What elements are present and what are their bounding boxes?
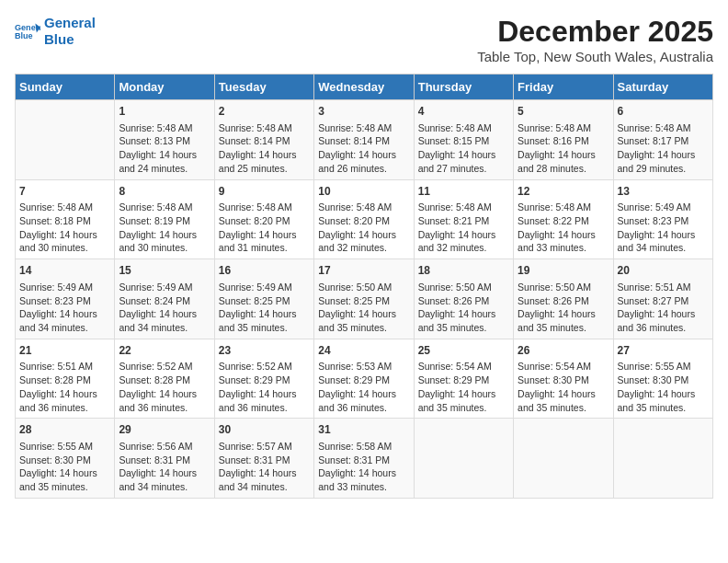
cell-line: Sunset: 8:21 PM bbox=[418, 214, 509, 228]
cell-line: Sunset: 8:31 PM bbox=[219, 454, 310, 467]
cell-line: Sunrise: 5:49 AM bbox=[119, 281, 210, 294]
day-number: 29 bbox=[119, 422, 210, 438]
cell-line: Daylight: 14 hours bbox=[19, 466, 110, 480]
cell-line: Sunset: 8:20 PM bbox=[318, 214, 409, 228]
cell-line: Sunset: 8:19 PM bbox=[119, 214, 210, 228]
cell-line: Daylight: 14 hours bbox=[418, 387, 509, 401]
cell-line: Daylight: 14 hours bbox=[518, 307, 609, 321]
calendar-table: SundayMondayTuesdayWednesdayThursdayFrid… bbox=[15, 74, 713, 499]
cell-line: and 36 minutes. bbox=[219, 401, 310, 415]
cell-line: and 34 minutes. bbox=[618, 241, 709, 255]
calendar-cell: 8Sunrise: 5:48 AMSunset: 8:19 PMDaylight… bbox=[115, 179, 214, 259]
day-number: 27 bbox=[618, 343, 709, 359]
cell-line: and 33 minutes. bbox=[518, 241, 609, 255]
cell-line: Sunrise: 5:51 AM bbox=[618, 281, 709, 294]
day-number: 24 bbox=[318, 343, 409, 359]
cell-line: and 26 minutes. bbox=[318, 162, 409, 176]
column-header-saturday: Saturday bbox=[613, 75, 712, 100]
calendar-week-1: 1Sunrise: 5:48 AMSunset: 8:13 PMDaylight… bbox=[16, 100, 713, 180]
cell-line: Sunset: 8:29 PM bbox=[418, 373, 509, 387]
cell-line: Sunset: 8:17 PM bbox=[618, 134, 709, 148]
title-block: December 2025 Table Top, New South Wales… bbox=[477, 15, 713, 64]
subtitle: Table Top, New South Wales, Australia bbox=[477, 49, 713, 64]
cell-line: and 34 minutes. bbox=[19, 321, 110, 335]
cell-line: Sunrise: 5:48 AM bbox=[119, 201, 210, 214]
calendar-cell: 5Sunrise: 5:48 AMSunset: 8:16 PMDaylight… bbox=[514, 100, 613, 180]
cell-line: Sunset: 8:18 PM bbox=[19, 214, 110, 228]
cell-line: and 35 minutes. bbox=[618, 401, 709, 415]
calendar-cell: 1Sunrise: 5:48 AMSunset: 8:13 PMDaylight… bbox=[115, 100, 214, 180]
cell-line: and 36 minutes. bbox=[19, 401, 110, 415]
cell-line: and 36 minutes. bbox=[318, 401, 409, 415]
cell-line: Daylight: 14 hours bbox=[618, 307, 709, 321]
cell-line: Daylight: 14 hours bbox=[219, 387, 310, 401]
cell-line: Daylight: 14 hours bbox=[318, 148, 409, 162]
cell-line: Sunset: 8:28 PM bbox=[119, 373, 210, 387]
calendar-cell: 12Sunrise: 5:48 AMSunset: 8:22 PMDayligh… bbox=[514, 179, 613, 259]
column-header-wednesday: Wednesday bbox=[314, 75, 414, 100]
day-number: 3 bbox=[318, 104, 409, 120]
cell-line: Sunset: 8:29 PM bbox=[318, 373, 409, 387]
day-number: 10 bbox=[318, 184, 409, 200]
cell-line: and 34 minutes. bbox=[219, 480, 310, 494]
cell-line: Daylight: 14 hours bbox=[318, 307, 409, 321]
cell-line: Sunset: 8:30 PM bbox=[19, 454, 110, 467]
cell-line: and 35 minutes. bbox=[219, 321, 310, 335]
cell-line: Sunrise: 5:49 AM bbox=[19, 281, 110, 294]
cell-line: and 29 minutes. bbox=[618, 162, 709, 176]
calendar-cell: 28Sunrise: 5:55 AMSunset: 8:30 PMDayligh… bbox=[16, 419, 115, 499]
day-number: 1 bbox=[119, 104, 210, 120]
calendar-cell: 26Sunrise: 5:54 AMSunset: 8:30 PMDayligh… bbox=[514, 339, 613, 419]
cell-line: and 35 minutes. bbox=[418, 321, 509, 335]
cell-line: and 30 minutes. bbox=[19, 241, 110, 255]
cell-line: Sunrise: 5:48 AM bbox=[219, 201, 310, 214]
cell-line: Daylight: 14 hours bbox=[19, 387, 110, 401]
calendar-cell: 21Sunrise: 5:51 AMSunset: 8:28 PMDayligh… bbox=[16, 339, 115, 419]
cell-line: Sunset: 8:30 PM bbox=[618, 373, 709, 387]
header: General Blue General Blue December 2025 … bbox=[15, 15, 713, 64]
calendar-cell: 23Sunrise: 5:52 AMSunset: 8:29 PMDayligh… bbox=[214, 339, 313, 419]
main-title: December 2025 bbox=[477, 15, 713, 49]
cell-line: and 35 minutes. bbox=[518, 401, 609, 415]
cell-line: and 36 minutes. bbox=[119, 401, 210, 415]
cell-line: Daylight: 14 hours bbox=[318, 228, 409, 242]
day-number: 21 bbox=[19, 343, 110, 359]
cell-line: Sunset: 8:25 PM bbox=[318, 294, 409, 308]
cell-line: Sunset: 8:23 PM bbox=[19, 294, 110, 308]
day-number: 28 bbox=[19, 422, 110, 438]
calendar-cell: 16Sunrise: 5:49 AMSunset: 8:25 PMDayligh… bbox=[214, 259, 313, 339]
svg-text:Blue: Blue bbox=[15, 31, 33, 40]
cell-line: and 27 minutes. bbox=[418, 162, 509, 176]
cell-line: Sunrise: 5:50 AM bbox=[518, 281, 609, 294]
calendar-cell bbox=[414, 419, 513, 499]
cell-line: and 35 minutes. bbox=[318, 321, 409, 335]
cell-line: Daylight: 14 hours bbox=[518, 387, 609, 401]
cell-line: and 33 minutes. bbox=[318, 480, 409, 494]
day-number: 5 bbox=[518, 104, 609, 120]
cell-line: Sunset: 8:14 PM bbox=[318, 134, 409, 148]
cell-line: and 30 minutes. bbox=[119, 241, 210, 255]
cell-line: Daylight: 14 hours bbox=[418, 228, 509, 242]
cell-line: Sunrise: 5:55 AM bbox=[19, 440, 110, 454]
calendar-week-4: 21Sunrise: 5:51 AMSunset: 8:28 PMDayligh… bbox=[16, 339, 713, 419]
cell-line: Sunrise: 5:48 AM bbox=[618, 121, 709, 135]
calendar-cell: 10Sunrise: 5:48 AMSunset: 8:20 PMDayligh… bbox=[314, 179, 414, 259]
cell-line: Daylight: 14 hours bbox=[618, 228, 709, 242]
cell-line: Sunset: 8:20 PM bbox=[219, 214, 310, 228]
calendar-cell: 4Sunrise: 5:48 AMSunset: 8:15 PMDaylight… bbox=[414, 100, 513, 180]
cell-line: Sunset: 8:26 PM bbox=[418, 294, 509, 308]
cell-line: Sunrise: 5:48 AM bbox=[19, 201, 110, 214]
cell-line: and 34 minutes. bbox=[119, 321, 210, 335]
cell-line: Sunrise: 5:49 AM bbox=[219, 281, 310, 294]
cell-line: Sunrise: 5:54 AM bbox=[418, 360, 509, 373]
calendar-cell bbox=[514, 419, 613, 499]
calendar-cell: 25Sunrise: 5:54 AMSunset: 8:29 PMDayligh… bbox=[414, 339, 513, 419]
cell-line: Sunset: 8:30 PM bbox=[518, 373, 609, 387]
day-number: 22 bbox=[119, 343, 210, 359]
calendar-cell: 18Sunrise: 5:50 AMSunset: 8:26 PMDayligh… bbox=[414, 259, 513, 339]
cell-line: and 31 minutes. bbox=[219, 241, 310, 255]
day-number: 6 bbox=[618, 104, 709, 120]
calendar-cell: 6Sunrise: 5:48 AMSunset: 8:17 PMDaylight… bbox=[613, 100, 712, 180]
calendar-cell: 17Sunrise: 5:50 AMSunset: 8:25 PMDayligh… bbox=[314, 259, 414, 339]
day-number: 12 bbox=[518, 184, 609, 200]
